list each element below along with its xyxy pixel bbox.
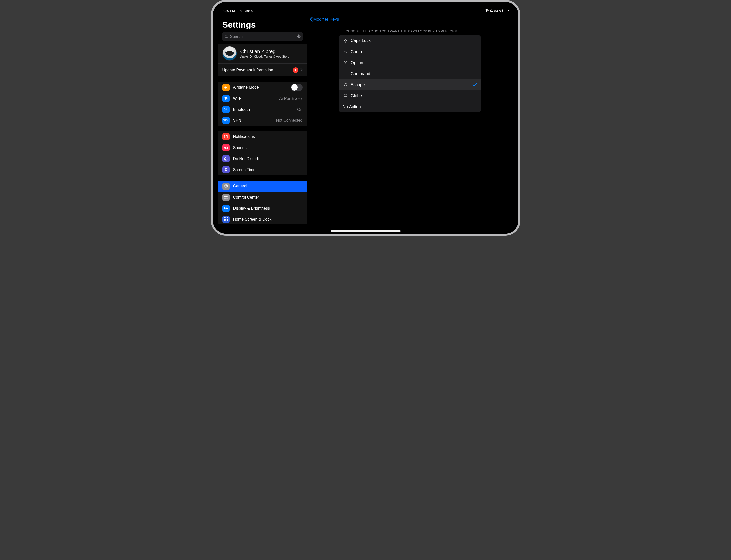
svg-point-0 xyxy=(225,35,227,37)
command-icon: ⌘ xyxy=(343,71,348,76)
svg-point-5 xyxy=(226,135,227,136)
capslock-icon xyxy=(343,39,348,43)
svg-rect-20 xyxy=(227,220,228,221)
update-payment-row[interactable]: Update Payment Information 1 xyxy=(218,63,307,76)
nav-bar: Modifier Keys xyxy=(307,13,513,24)
option-icon xyxy=(343,61,348,64)
battery-percentage: 83% xyxy=(494,9,501,13)
account-subtitle: Apple ID, iCloud, iTunes & App Store xyxy=(240,55,289,58)
options-panel: Caps Lock Control xyxy=(339,35,481,112)
screentime-row[interactable]: Screen Time xyxy=(218,164,307,175)
svg-rect-15 xyxy=(224,219,225,220)
svg-point-6 xyxy=(225,196,226,197)
globe-icon xyxy=(343,94,348,98)
homescreen-row[interactable]: Home Screen & Dock xyxy=(218,214,307,224)
svg-rect-2 xyxy=(298,34,299,37)
sounds-row[interactable]: Sounds xyxy=(218,142,307,153)
wifi-icon xyxy=(485,9,489,12)
battery-icon xyxy=(502,9,508,12)
bluetooth-row[interactable]: Bluetooth On xyxy=(218,104,307,115)
dnd-row[interactable]: Do Not Disturb xyxy=(218,153,307,164)
payment-badge: 1 xyxy=(293,67,298,73)
bluetooth-icon xyxy=(222,106,230,113)
option-caps-lock[interactable]: Caps Lock xyxy=(339,35,481,46)
section-header: CHOOSE THE ACTION YOU WANT THE CAPS LOCK… xyxy=(339,29,481,35)
status-date: Thu Mar 5 xyxy=(238,9,252,13)
ipad-bezel: 8:30 PM Thu Mar 5 83% xyxy=(213,2,518,234)
option-option[interactable]: Option xyxy=(339,57,481,68)
vpn-row[interactable]: VPN VPN Not Connected xyxy=(218,115,307,126)
avatar xyxy=(222,46,237,61)
dnd-icon xyxy=(222,155,230,162)
notifications-icon xyxy=(222,133,230,140)
control-center-row[interactable]: Control Center xyxy=(218,192,307,203)
account-name: Christian Zibreg xyxy=(240,49,289,54)
option-control[interactable]: Control xyxy=(339,46,481,57)
search-placeholder: Search xyxy=(230,34,243,39)
ipad-frame: 8:30 PM Thu Mar 5 83% xyxy=(211,0,520,236)
settings-title: Settings xyxy=(218,13,307,32)
svg-rect-18 xyxy=(224,220,225,221)
status-time: 8:30 PM xyxy=(223,9,235,13)
general-icon xyxy=(222,183,230,190)
back-button[interactable]: Modifier Keys xyxy=(309,17,339,22)
general-row[interactable]: General xyxy=(218,181,307,192)
vpn-value: Not Connected xyxy=(276,118,303,123)
control-center-icon xyxy=(222,194,230,201)
svg-rect-19 xyxy=(225,220,226,221)
svg-rect-16 xyxy=(225,219,226,220)
svg-rect-14 xyxy=(227,217,228,218)
screentime-icon xyxy=(222,166,230,173)
airplane-toggle[interactable] xyxy=(291,84,303,91)
apple-id-row[interactable]: Christian Zibreg Apple ID, iCloud, iTune… xyxy=(218,44,307,63)
svg-rect-21 xyxy=(345,42,346,42)
wifi-row[interactable]: Wi-Fi AirPort 5GHz xyxy=(218,93,307,104)
option-no-action[interactable]: No Action xyxy=(339,101,481,112)
screen: 8:30 PM Thu Mar 5 83% xyxy=(218,7,513,234)
notifications-row[interactable]: Notifications xyxy=(218,131,307,142)
main-panel: Modifier Keys CHOOSE THE ACTION YOU WANT… xyxy=(307,13,513,234)
status-bar: 8:30 PM Thu Mar 5 83% xyxy=(218,7,513,13)
control-icon xyxy=(343,51,348,53)
display-icon: AA xyxy=(222,205,230,212)
check-icon xyxy=(473,83,477,87)
wifi-value: AirPort 5GHz xyxy=(279,96,302,101)
vpn-icon: VPN xyxy=(222,117,230,124)
sidebar: Settings Search Christian Zibreg xyxy=(218,13,307,234)
bluetooth-value: On xyxy=(297,107,302,112)
sounds-icon xyxy=(222,144,230,151)
svg-rect-12 xyxy=(224,217,225,218)
svg-line-1 xyxy=(227,37,228,38)
svg-rect-13 xyxy=(225,217,226,218)
airplane-icon xyxy=(222,84,230,91)
escape-icon xyxy=(343,83,348,87)
search-input[interactable]: Search xyxy=(222,32,303,41)
home-indicator[interactable] xyxy=(331,230,401,232)
option-escape[interactable]: Escape xyxy=(339,79,481,90)
dictation-icon[interactable] xyxy=(297,34,301,39)
airplane-mode-row[interactable]: Airplane Mode xyxy=(218,82,307,93)
option-command[interactable]: ⌘ Command xyxy=(339,68,481,79)
do-not-disturb-icon xyxy=(490,9,493,12)
wifi-settings-icon xyxy=(222,95,230,102)
homescreen-icon xyxy=(222,216,230,223)
display-row[interactable]: AA Display & Brightness xyxy=(218,203,307,214)
svg-rect-17 xyxy=(227,219,228,220)
chevron-left-icon xyxy=(309,17,313,22)
svg-point-9 xyxy=(226,198,227,199)
chevron-right-icon xyxy=(300,68,303,72)
search-icon xyxy=(224,35,228,39)
option-globe[interactable]: Globe xyxy=(339,90,481,101)
